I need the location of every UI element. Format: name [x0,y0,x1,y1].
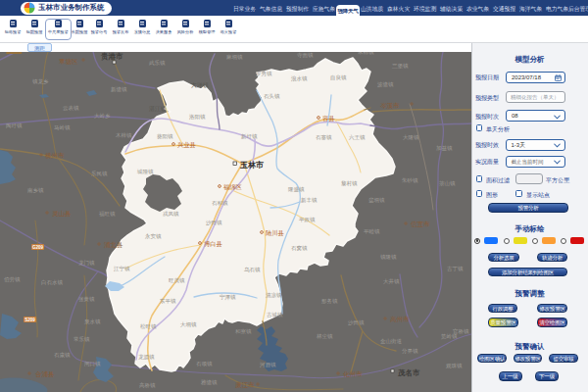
svg-text:沙田镇: 沙田镇 [348,319,365,326]
svg-text:洛阳镇: 洛阳镇 [189,114,206,121]
svg-text:常乐镇: 常乐镇 [74,336,90,342]
svg-text:闸口镇: 闸口镇 [84,361,101,368]
svg-text:平睦镇: 平睦镇 [364,228,380,234]
svg-text:新丰镇: 新丰镇 [301,197,318,203]
svg-text:古城镇: 古城镇 [267,312,283,318]
svg-text:镇隆镇: 镇隆镇 [380,254,397,260]
svg-text:木梓镇: 木梓镇 [116,132,132,138]
svg-text:白石水镇: 白石水镇 [41,279,64,286]
svg-text:合浦县: 合浦县 [35,370,55,378]
svg-text:马岭镇: 马岭镇 [54,124,71,130]
svg-text:波塘镇: 波塘镇 [377,81,394,88]
svg-text:镇龙乡: 镇龙乡 [32,78,49,84]
svg-text:金山街道: 金山街道 [380,338,403,345]
svg-text:高桥镇: 高桥镇 [139,382,156,388]
svg-text:大隆镇: 大隆镇 [403,134,419,140]
svg-text:新圩镇: 新圩镇 [241,133,258,139]
svg-text:永安镇: 永安镇 [145,233,162,239]
svg-text:兴业县: 兴业县 [177,141,196,148]
svg-text:那务镇: 那务镇 [321,298,338,305]
svg-text:石头镇: 石头镇 [264,93,280,100]
svg-text:自良镇: 自良镇 [330,74,347,80]
svg-text:云表镇: 云表镇 [63,105,79,111]
svg-text:黎村镇: 黎村镇 [341,180,358,187]
svg-text:灵山县: 灵山县 [52,210,72,218]
svg-text:隆盛镇: 隆盛镇 [288,186,305,193]
svg-text:朱砂镇: 朱砂镇 [402,177,418,183]
svg-text:大垌镇: 大垌镇 [180,321,197,327]
svg-text:罗秀镇: 罗秀镇 [256,71,272,77]
svg-text:容县: 容县 [322,115,335,122]
svg-text:覃塘区: 覃塘区 [59,58,78,66]
svg-text:加益镇: 加益镇 [436,145,453,152]
svg-text:福旺镇: 福旺镇 [99,211,116,218]
svg-text:博白县: 博白县 [204,240,222,248]
svg-text:戎凤镇: 戎凤镇 [163,211,179,217]
svg-text:陶圩镇: 陶圩镇 [6,122,23,129]
svg-text:浪水镇: 浪水镇 [291,75,308,82]
svg-text:玉林市: 玉林市 [239,160,264,170]
svg-text:笕岭镇: 笕岭镇 [441,333,458,340]
svg-text:G209: G209 [32,245,44,250]
svg-text:贵港市: 贵港市 [100,52,123,61]
svg-text:清凉镇: 清凉镇 [266,292,282,299]
svg-text:寺面镇: 寺面镇 [297,52,314,59]
svg-text:大洋镇: 大洋镇 [191,81,209,88]
svg-text:林尘镇: 林尘镇 [316,333,333,339]
svg-text:茶山镇: 茶山镇 [439,180,456,186]
svg-text:石窝镇: 石窝镇 [291,245,308,252]
svg-text:和寮镇: 和寮镇 [235,328,252,334]
svg-text:福绵区: 福绵区 [223,183,243,191]
svg-text:石康镇: 石康镇 [54,352,71,359]
svg-text:石寨镇: 石寨镇 [316,134,332,141]
svg-text:浦北县: 浦北县 [104,241,123,249]
svg-text:宁潭镇: 宁潭镇 [220,294,236,301]
svg-text:新塘镇: 新塘镇 [111,86,127,93]
svg-text:化州市: 化州市 [343,370,363,378]
svg-text:横州市: 横州市 [45,152,65,159]
svg-text:高州市: 高州市 [390,316,410,322]
svg-text:龙源镇: 龙源镇 [138,354,155,360]
svg-text:S209: S209 [24,318,35,322]
svg-text:沙田镇: 沙田镇 [206,220,222,226]
svg-text:家棉镇: 家棉镇 [358,52,374,55]
svg-text:乐民镇: 乐民镇 [91,171,108,176]
svg-text:茂名市: 茂名市 [397,368,420,377]
svg-text:葵阳镇: 葵阳镇 [157,133,173,140]
svg-text:江宁镇: 江宁镇 [114,266,130,272]
svg-text:东平镇: 东平镇 [159,298,176,304]
svg-text:城隍镇: 城隍镇 [136,169,154,174]
svg-text:雅塘镇: 雅塘镇 [201,379,218,386]
svg-text:廉江市: 廉江市 [235,381,255,389]
svg-text:张黄镇: 张黄镇 [78,296,95,303]
svg-text:古丁镇: 古丁镇 [447,266,464,271]
svg-text:麻垌镇: 麻垌镇 [226,54,243,60]
svg-text:南乡镇: 南乡镇 [27,187,44,193]
svg-text:石颈镇: 石颈镇 [196,361,213,368]
svg-text:信宜市: 信宜市 [411,220,430,228]
svg-text:大岭乡: 大岭乡 [94,113,111,119]
svg-text:龙门镇: 龙门镇 [78,260,95,266]
svg-text:湛江镇: 湛江镇 [149,106,167,112]
svg-text:分界镇: 分界镇 [402,348,418,354]
svg-text:陆川县: 陆川县 [266,229,284,236]
svg-text:大井镇: 大井镇 [383,278,400,284]
svg-text:平政镇: 平政镇 [299,217,316,222]
svg-text:观珠镇: 观珠镇 [446,363,463,369]
svg-text:六王镇: 六王镇 [349,134,366,140]
svg-text:岑溪市: 岑溪市 [380,102,400,110]
svg-text:三堡镇: 三堡镇 [392,63,409,69]
svg-text:伯劳镇: 伯劳镇 [4,276,21,283]
svg-text:旺茂镇: 旺茂镇 [169,277,185,283]
svg-text:武乐镇: 武乐镇 [149,60,166,66]
svg-text:乌石镇: 乌石镇 [244,267,261,273]
svg-text:石和镇: 石和镇 [212,200,228,207]
svg-text:松旺镇: 松旺镇 [140,323,157,329]
svg-text:河唇镇: 河唇镇 [260,362,276,368]
svg-text:盆垌镇: 盆垌镇 [368,197,385,203]
svg-text:泉水镇: 泉水镇 [84,318,101,324]
